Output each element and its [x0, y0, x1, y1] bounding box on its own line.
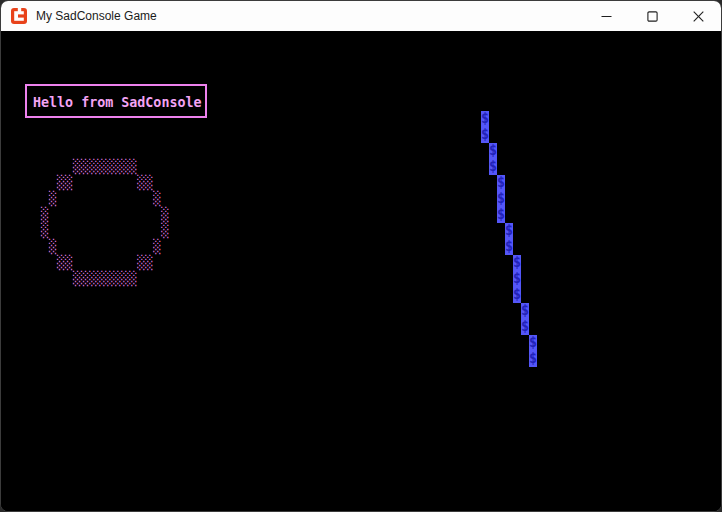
ascii-circle: ░░░░░░░░ ░░ ░░ ░ ░ ░ ░ ░ ░ ░ ░ ░░ ░░ ░░░…: [41, 159, 169, 287]
line-cell: $: [529, 351, 537, 367]
close-button[interactable]: [675, 1, 721, 31]
line-cell: $: [489, 159, 497, 175]
hello-text: Hello from SadConsole: [33, 95, 203, 111]
app-window: My SadConsole Game Hello from SadConsole…: [0, 0, 722, 512]
line-cell: $: [505, 239, 513, 255]
line-cell: $: [481, 127, 489, 143]
minimize-button[interactable]: [583, 1, 629, 31]
maximize-icon: [647, 11, 658, 22]
window-title: My SadConsole Game: [36, 9, 157, 23]
maximize-button[interactable]: [629, 1, 675, 31]
line-cell: $: [481, 111, 489, 127]
minimize-icon: [601, 11, 612, 22]
line-cell: $: [513, 287, 521, 303]
line-cell: $: [513, 255, 521, 271]
line-cell: $: [505, 223, 513, 239]
line-cell: $: [497, 207, 505, 223]
line-cell: $: [521, 303, 529, 319]
titlebar[interactable]: My SadConsole Game: [1, 1, 721, 31]
line-cell: $: [489, 143, 497, 159]
line-cell: $: [497, 175, 505, 191]
line-cell: $: [513, 271, 521, 287]
line-cell: $: [521, 319, 529, 335]
close-icon: [693, 11, 704, 22]
game-console-surface[interactable]: Hello from SadConsole ░░░░░░░░ ░░ ░░ ░ ░…: [1, 31, 721, 512]
line-cell: $: [529, 335, 537, 351]
line-cell: $: [497, 191, 505, 207]
sadconsole-logo-icon: [10, 7, 28, 25]
